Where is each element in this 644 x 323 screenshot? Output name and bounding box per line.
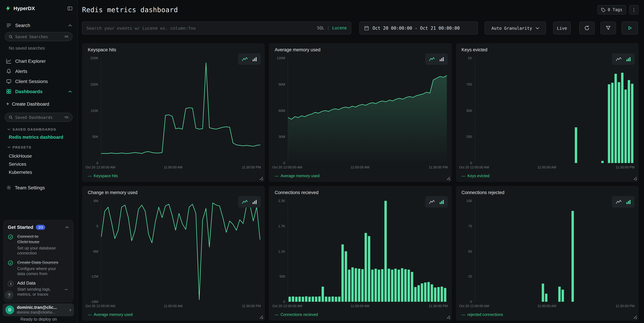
line-series <box>288 58 447 163</box>
preset-link-clickhouse[interactable]: ClickHouse <box>9 152 77 160</box>
no-saved-searches-text: No saved searches <box>9 46 77 51</box>
toggle-divider: | <box>327 26 330 30</box>
create-dashboard-button[interactable]: + Create Dashboard <box>0 99 77 109</box>
play-icon <box>627 25 632 31</box>
resize-handle-icon[interactable] <box>446 315 450 319</box>
y-tick-label: 100 <box>466 199 472 203</box>
sidebar-item-label: Chart Explorer <box>15 58 46 64</box>
query-language-toggle: SQL | Lucene <box>317 26 347 30</box>
chart-plot <box>288 201 447 302</box>
bar-chart-icon[interactable] <box>252 57 257 61</box>
saved-dashboards-input[interactable]: Saved Dashboards ⌘K <box>5 113 72 122</box>
bar-chart-icon[interactable] <box>252 199 257 204</box>
saved-searches-input[interactable]: Saved Searches ⌘K <box>5 32 72 41</box>
filter-button[interactable] <box>600 21 616 34</box>
x-axis-labels: Oct 20 12:00:00 AM11:00:00 AM11:30:00 PM <box>459 165 634 170</box>
chart-legend: — Average memory used <box>88 313 133 317</box>
search-input[interactable] <box>86 25 314 30</box>
step-subtitle: Start sending logs, metrics, or traces <box>17 287 62 297</box>
sidebar-item-chart-explorer[interactable]: Chart Explorer <box>0 56 77 66</box>
x-axis-labels: Oct 20 12:00:00 AM11:00:00 AM11:30:00 PM <box>459 304 634 309</box>
event-search-field: SQL | Lucene <box>82 21 351 34</box>
line-chart-icon[interactable] <box>616 57 622 61</box>
saved-dashboards-header[interactable]: SAVED DASHBOARDS <box>8 127 77 131</box>
bar-chart-icon[interactable] <box>439 57 444 61</box>
get-started-header[interactable]: Get Started 2/3 <box>8 224 69 230</box>
line-chart-icon[interactable] <box>242 57 248 61</box>
x-tick-label: 11:30:00 PM <box>242 165 261 169</box>
lucene-toggle[interactable]: Lucene <box>332 26 347 30</box>
saved-dashboard-link-redis[interactable]: Redis metrics dashboard <box>9 135 77 140</box>
get-started-step-connect[interactable]: Connect to ClickHouse Set up your databa… <box>8 234 69 256</box>
chevron-up-icon[interactable] <box>68 24 72 26</box>
resize-handle-icon[interactable] <box>446 176 450 180</box>
bar-chart-icon[interactable] <box>626 57 631 61</box>
clickhouse-cloud-teaser: Ready to deploy on ClickHouse Cloud? <box>0 317 77 323</box>
search-section-header[interactable]: Search <box>6 23 72 28</box>
resize-handle-icon[interactable] <box>633 176 637 180</box>
header-actions: 0 Tags ⋮ <box>597 5 638 14</box>
presets-header[interactable]: PRESETS <box>8 145 77 149</box>
y-tick-label: 50 <box>468 249 472 253</box>
resize-handle-icon[interactable] <box>633 315 637 319</box>
y-tick-label: 90M <box>278 82 285 86</box>
line-chart-icon[interactable] <box>616 199 622 204</box>
chart-plot <box>101 201 260 302</box>
more-menu-button[interactable]: ⋮ <box>629 5 638 14</box>
progress-badge: 2/3 <box>36 225 46 230</box>
chart-title: Keyspace hits <box>88 47 116 52</box>
help-button[interactable]: ? <box>5 291 14 299</box>
chart-panel-change-in-memory: Change in memory used -18M-12M-6M06M Oct… <box>82 186 265 321</box>
get-started-step-sources[interactable]: Create Data Sources Configure where your… <box>8 260 69 277</box>
presets-header-label: PRESETS <box>12 145 32 149</box>
user-name: dominic.tran@clic... <box>17 305 57 310</box>
date-range-picker[interactable]: Oct 20 00:00:00 - Oct 21 00:00:00 <box>359 21 478 34</box>
preset-link-services[interactable]: Services <box>9 160 77 168</box>
bar-series <box>475 58 634 163</box>
legend-label: Keys evicted <box>468 174 489 178</box>
sidebar-item-team-settings[interactable]: Team Settings <box>0 185 77 190</box>
resize-handle-icon[interactable] <box>259 176 263 180</box>
run-query-button[interactable] <box>622 21 638 34</box>
page-title: Redis metrics dashboard <box>82 6 178 14</box>
user-menu[interactable]: D dominic.tran@clic... dominic.tran@clic… <box>3 304 74 316</box>
chart-title: Change in memory used <box>88 190 138 195</box>
line-chart-icon[interactable] <box>429 199 435 204</box>
tags-button[interactable]: 0 Tags <box>597 5 626 14</box>
bar-chart-icon[interactable] <box>439 199 444 204</box>
chart-type-toggle <box>238 196 261 208</box>
x-tick-label: Oct 20 12:00:00 AM <box>272 165 302 169</box>
chart-type-toggle <box>612 53 634 65</box>
line-chart-icon[interactable] <box>429 57 435 61</box>
x-tick-label: 11:00:00 AM <box>164 304 182 308</box>
preset-link-kubernetes[interactable]: Kubernetes <box>9 168 77 176</box>
sidebar-item-client-sessions[interactable]: Client Sessions <box>0 76 77 86</box>
refresh-button[interactable] <box>579 21 595 34</box>
y-tick-label: 110K <box>91 109 98 112</box>
legend-label: rejected connections <box>468 313 503 317</box>
sidebar-item-alerts[interactable]: Alerts <box>0 66 77 76</box>
y-tick-label: 220K <box>90 56 98 60</box>
line-chart-icon[interactable] <box>242 199 248 204</box>
chart-panel-keyspace-hits: Keyspace hits 055K110K165K220K Oct 20 12… <box>82 43 265 182</box>
bar-series <box>288 201 447 302</box>
get-started-step-add-data[interactable]: 3 Add Data Start sending logs, metrics, … <box>8 281 69 297</box>
sidebar-item-dashboards[interactable]: Dashboards <box>0 86 77 96</box>
y-tick-label: 1.7K <box>278 224 285 228</box>
granularity-dropdown[interactable]: Auto Granularity <box>484 21 546 34</box>
y-tick-label: 30M <box>278 135 285 139</box>
chart-type-toggle <box>425 53 448 65</box>
y-tick-label: 60M <box>278 109 285 112</box>
chevron-up-icon[interactable] <box>65 226 69 228</box>
arrow-right-icon[interactable]: → <box>64 286 68 291</box>
resize-handle-icon[interactable] <box>259 315 263 319</box>
collapse-sidebar-icon[interactable] <box>67 5 72 11</box>
chart-title: Connections recieved <box>275 190 318 195</box>
y-axis-labels: 055K110K165K220K <box>84 58 98 163</box>
chart-explorer-icon <box>6 58 12 64</box>
chevron-up-icon[interactable] <box>68 90 72 93</box>
y-tick-label: 1K <box>468 56 472 60</box>
live-button[interactable]: Live <box>553 21 571 34</box>
sql-toggle[interactable]: SQL <box>317 26 324 30</box>
bar-chart-icon[interactable] <box>626 199 631 204</box>
